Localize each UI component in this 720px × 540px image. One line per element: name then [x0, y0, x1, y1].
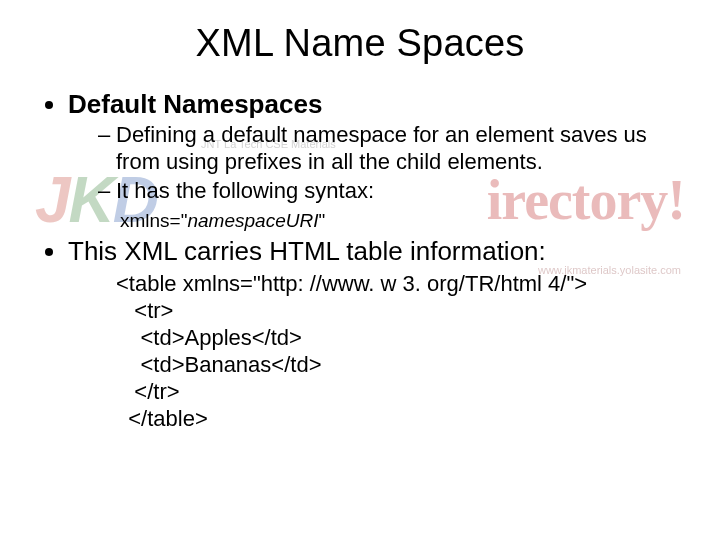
syntax-line: xmlns="namespaceURI" [120, 210, 680, 232]
bullet-carries-text: This XML carries HTML table information: [68, 236, 546, 266]
slide-content: XML Name Spaces Default Namespaces Defin… [0, 0, 720, 432]
syntax-uri: namespaceURI [187, 210, 318, 231]
bullet-carries-info: This XML carries HTML table information:… [68, 236, 680, 432]
syntax-suffix: " [318, 210, 325, 231]
sub-bullet-syntax: It has the following syntax: [98, 178, 680, 205]
bullet-default-namespaces: Default Namespaces Defining a default na… [68, 89, 680, 232]
sub-bullet-defining: Defining a default namespace for an elem… [98, 122, 680, 176]
bullet-default-ns-text: Default Namespaces [68, 89, 322, 119]
syntax-prefix: xmlns=" [120, 210, 187, 231]
sub-bullet-list: Defining a default namespace for an elem… [68, 122, 680, 204]
code-block: <table xmlns="http: //www. w 3. org/TR/h… [116, 271, 680, 432]
slide-title: XML Name Spaces [40, 22, 680, 65]
bullet-list: Default Namespaces Defining a default na… [40, 89, 680, 432]
